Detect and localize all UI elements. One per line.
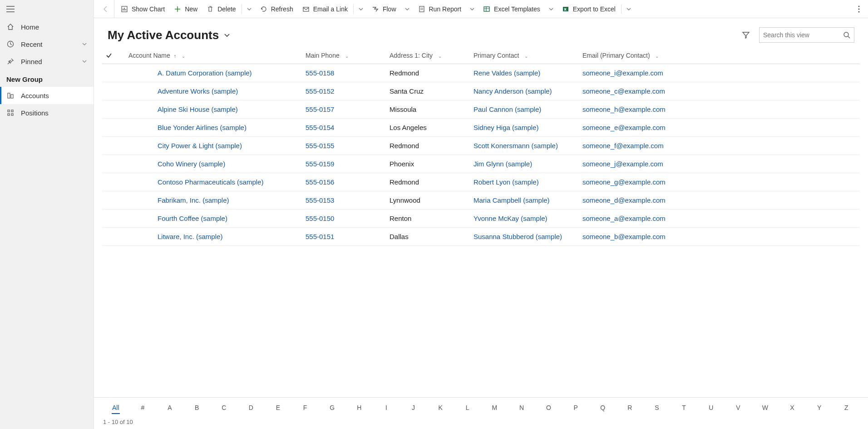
overflow-button[interactable] (853, 0, 864, 18)
nav-accounts[interactable]: Accounts (0, 87, 94, 104)
phone-link[interactable]: 555-0158 (306, 69, 334, 77)
phone-link[interactable]: 555-0151 (306, 233, 334, 240)
contact-link[interactable]: Maria Campbell (sample) (473, 196, 550, 204)
alpha-b[interactable]: B (183, 400, 211, 415)
contact-link[interactable]: Scott Konersmann (sample) (473, 142, 558, 150)
report-dropdown[interactable] (466, 0, 478, 18)
email-link[interactable]: someone_b@example.com (582, 233, 666, 240)
row-select[interactable] (102, 210, 125, 228)
row-select[interactable] (102, 191, 125, 210)
alpha-#[interactable]: # (129, 400, 157, 415)
table-row[interactable]: Fourth Coffee (sample)555-0150RentonYvon… (102, 210, 860, 228)
column-main-phone[interactable]: Main Phone ⌄ (302, 47, 386, 64)
nav-pinned[interactable]: Pinned (0, 53, 94, 70)
account-name-link[interactable]: Alpine Ski House (sample) (158, 105, 238, 113)
row-select[interactable] (102, 64, 125, 82)
alpha-j[interactable]: J (400, 400, 427, 415)
table-row[interactable]: Litware, Inc. (sample)555-0151DallasSusa… (102, 228, 860, 246)
alpha-g[interactable]: G (319, 400, 346, 415)
run-report-button[interactable]: Run Report (414, 0, 466, 18)
alpha-z[interactable]: Z (833, 400, 860, 415)
alpha-p[interactable]: P (562, 400, 589, 415)
hamburger-button[interactable] (0, 0, 94, 18)
column-city[interactable]: Address 1: City ⌄ (386, 47, 470, 64)
nav-positions[interactable]: Positions (0, 104, 94, 121)
alpha-o[interactable]: O (535, 400, 562, 415)
contact-link[interactable]: Robert Lyon (sample) (473, 178, 539, 186)
row-select[interactable] (102, 119, 125, 137)
table-row[interactable]: A. Datum Corporation (sample)555-0158Red… (102, 64, 860, 82)
alpha-e[interactable]: E (265, 400, 292, 415)
alpha-k[interactable]: K (427, 400, 454, 415)
account-name-link[interactable]: Coho Winery (sample) (158, 160, 225, 168)
search-box[interactable] (759, 27, 854, 43)
contact-link[interactable]: Yvonne McKay (sample) (473, 214, 547, 222)
alpha-h[interactable]: H (345, 400, 373, 415)
account-name-link[interactable]: Fourth Coffee (sample) (158, 214, 227, 222)
refresh-button[interactable]: Refresh (256, 0, 298, 18)
contact-link[interactable]: Paul Cannon (sample) (473, 105, 541, 113)
table-row[interactable]: Blue Yonder Airlines (sample)555-0154Los… (102, 119, 860, 137)
account-name-link[interactable]: Contoso Pharmaceuticals (sample) (158, 178, 263, 186)
alpha-c[interactable]: C (210, 400, 237, 415)
excel-templates-button[interactable]: Excel Templates (478, 0, 545, 18)
delete-dropdown[interactable] (243, 0, 256, 18)
alpha-a[interactable]: A (156, 400, 183, 415)
alpha-d[interactable]: D (237, 400, 265, 415)
alpha-t[interactable]: T (671, 400, 698, 415)
nav-recent[interactable]: Recent (0, 35, 94, 53)
email-link[interactable]: someone_c@example.com (582, 87, 665, 95)
flow-dropdown[interactable] (401, 0, 414, 18)
row-select[interactable] (102, 137, 125, 155)
contact-link[interactable]: Rene Valdes (sample) (473, 69, 540, 77)
account-name-link[interactable]: A. Datum Corporation (sample) (158, 69, 252, 77)
flow-button[interactable]: Flow (367, 0, 401, 18)
phone-link[interactable]: 555-0157 (306, 105, 334, 113)
email-link[interactable]: someone_e@example.com (582, 124, 666, 131)
contact-link[interactable]: Nancy Anderson (sample) (473, 87, 552, 95)
column-account-name[interactable]: Account Name ↑ ⌄ (125, 47, 302, 64)
email-link[interactable]: someone_h@example.com (582, 105, 666, 113)
select-all-column[interactable] (102, 47, 125, 64)
alpha-x[interactable]: X (779, 400, 806, 415)
alpha-l[interactable]: L (454, 400, 481, 415)
table-row[interactable]: Coho Winery (sample)555-0159PhoenixJim G… (102, 155, 860, 173)
email-link[interactable]: someone_f@example.com (582, 142, 664, 150)
email-link[interactable]: someone_a@example.com (582, 214, 666, 222)
table-row[interactable]: Fabrikam, Inc. (sample)555-0153LynnwoodM… (102, 191, 860, 210)
row-select[interactable] (102, 100, 125, 119)
contact-link[interactable]: Susanna Stubberod (sample) (473, 233, 562, 240)
email-link-button[interactable]: Email a Link (298, 0, 352, 18)
account-name-link[interactable]: Adventure Works (sample) (158, 87, 238, 95)
alpha-all[interactable]: All (102, 400, 129, 415)
alpha-q[interactable]: Q (589, 400, 616, 415)
phone-link[interactable]: 555-0153 (306, 196, 334, 204)
alpha-f[interactable]: F (291, 400, 319, 415)
alpha-n[interactable]: N (508, 400, 535, 415)
export-dropdown[interactable] (622, 0, 635, 18)
table-row[interactable]: Contoso Pharmaceuticals (sample)555-0156… (102, 173, 860, 191)
phone-link[interactable]: 555-0150 (306, 214, 334, 222)
phone-link[interactable]: 555-0156 (306, 178, 334, 186)
email-link[interactable]: someone_i@example.com (582, 69, 663, 77)
contact-link[interactable]: Jim Glynn (sample) (473, 160, 532, 168)
table-row[interactable]: Adventure Works (sample)555-0152Santa Cr… (102, 82, 860, 100)
view-selector[interactable]: My Active Accounts (108, 28, 231, 42)
email-link[interactable]: someone_d@example.com (582, 196, 666, 204)
phone-link[interactable]: 555-0159 (306, 160, 334, 168)
table-row[interactable]: Alpine Ski House (sample)555-0157Missoul… (102, 100, 860, 119)
show-chart-button[interactable]: Show Chart (116, 0, 169, 18)
email-link[interactable]: someone_j@example.com (582, 160, 663, 168)
alpha-m[interactable]: M (481, 400, 508, 415)
delete-button[interactable]: Delete (202, 0, 240, 18)
row-select[interactable] (102, 228, 125, 246)
search-input[interactable] (763, 31, 843, 39)
alpha-u[interactable]: U (697, 400, 725, 415)
alpha-w[interactable]: W (752, 400, 779, 415)
export-excel-button[interactable]: Export to Excel (557, 0, 620, 18)
alpha-i[interactable]: I (373, 400, 400, 415)
alpha-v[interactable]: V (725, 400, 752, 415)
alpha-y[interactable]: Y (806, 400, 833, 415)
back-button[interactable] (98, 0, 114, 18)
account-name-link[interactable]: Fabrikam, Inc. (sample) (158, 196, 229, 204)
